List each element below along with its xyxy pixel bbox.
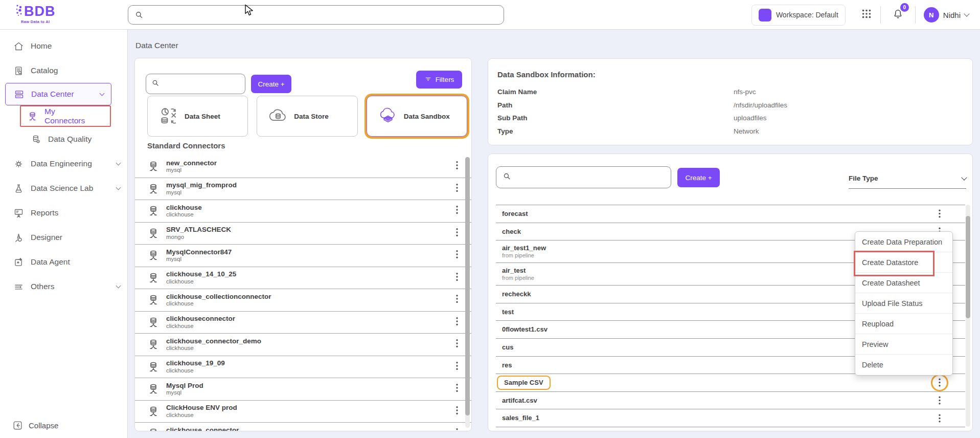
menu-item-create-data-preparation[interactable]: Create Data Preparation — [855, 232, 952, 252]
kebab-menu-icon[interactable] — [454, 426, 460, 431]
logo-text: BDB — [24, 5, 56, 18]
user-menu[interactable]: N Nidhi — [924, 7, 969, 23]
sidebar-item-data-quality[interactable]: Data Quality — [0, 127, 127, 151]
sidebar-item-home[interactable]: Home — [0, 34, 127, 58]
sidebar-item-my-connectors[interactable]: My Connectors — [20, 105, 111, 127]
sidebar-item-data-engineering[interactable]: Data Engineering — [0, 151, 127, 176]
tab-data-sheet[interactable]: Data Sheet — [147, 96, 248, 137]
connector-type: clickhouse — [166, 300, 271, 307]
database-icon — [147, 427, 159, 431]
sidebar-item-others[interactable]: Others — [0, 274, 127, 299]
file-row[interactable]: forecast — [496, 205, 965, 223]
connector-row[interactable]: SRV_ATLASCHECK mongo — [135, 223, 471, 245]
kebab-menu-icon[interactable] — [454, 315, 460, 330]
kebab-menu-icon[interactable] — [454, 382, 460, 397]
connector-row[interactable]: clickhouse_connector clickhouse — [135, 423, 471, 431]
collapse-button[interactable]: Collapse — [12, 420, 58, 431]
connectors-panel: Create + Filters Data Sheet Data Store D… — [134, 58, 472, 431]
connector-row[interactable]: ClickHouse ENV prod clickhouse — [135, 401, 471, 423]
file-row[interactable]: Sample CSV — [496, 374, 965, 392]
connectors-search[interactable] — [146, 74, 245, 94]
connector-name: MysqlConnector847 — [166, 248, 232, 256]
sidebar-item-catalog[interactable]: Catalog — [0, 58, 127, 83]
kebab-menu-icon[interactable] — [454, 159, 460, 174]
connector-row[interactable]: Mysql Prod mysql — [135, 378, 471, 401]
connector-row[interactable]: new_connector mysql — [135, 156, 471, 178]
notifications-button[interactable]: 0 — [889, 7, 907, 23]
file-row[interactable]: artifcat.csv — [496, 392, 965, 410]
sandbox-info-panel: Data Sandbox Information: Claim Name nfs… — [488, 58, 973, 145]
chevron-down-icon — [116, 161, 121, 166]
menu-item-create-datastore[interactable]: Create Datastore — [855, 252, 952, 273]
database-icon — [147, 383, 159, 395]
menu-item-create-datasheet[interactable]: Create Datasheet — [855, 273, 952, 293]
tab-data-store[interactable]: Data Store — [257, 96, 357, 137]
collapse-icon — [12, 420, 24, 431]
reports-icon — [13, 208, 24, 218]
connector-row[interactable]: clickhouse_19_09 clickhouse — [135, 356, 471, 379]
file-row[interactable]: sales_file_1 — [496, 409, 965, 427]
connector-row[interactable]: mysql_mig_fromprod mysql — [135, 178, 471, 201]
filters-button[interactable]: Filters — [416, 71, 462, 89]
kebab-menu-icon[interactable] — [454, 248, 460, 263]
files-search-input[interactable] — [515, 173, 665, 181]
menu-item-preview[interactable]: Preview — [855, 334, 952, 355]
global-search[interactable] — [128, 5, 504, 25]
connector-type: clickhouse — [166, 412, 237, 419]
workspace-selector[interactable]: Workspace: Default — [751, 5, 846, 26]
create-connector-button[interactable]: Create + — [251, 75, 291, 93]
connector-row[interactable]: clickhouseconnector clickhouse — [135, 312, 471, 334]
database-icon — [147, 361, 159, 373]
connector-row[interactable]: clickhouse_14_10_25 clickhouse — [135, 267, 471, 290]
connector-row[interactable]: clickhouse clickhouse — [135, 200, 471, 223]
kebab-menu-icon[interactable] — [454, 204, 460, 218]
file-name: air_test — [502, 267, 526, 275]
file-type-select[interactable]: File Type — [849, 168, 966, 189]
create-file-button[interactable]: Create + — [677, 168, 720, 187]
file-name: recheckk — [502, 290, 531, 298]
file-name: sales_file_1 — [502, 414, 539, 422]
menu-item-upload-file-status[interactable]: Upload File Status — [855, 293, 952, 314]
database-icon — [147, 205, 159, 217]
menu-item-label: Create Datasheet — [862, 279, 920, 287]
kebab-menu-icon[interactable] — [931, 374, 948, 391]
kebab-menu-icon[interactable] — [454, 270, 460, 285]
apps-grid-icon[interactable] — [861, 8, 872, 21]
sidebar-item-data-center[interactable]: Data Center — [5, 83, 111, 105]
sidebar-item-label: Catalog — [31, 66, 58, 75]
files-search[interactable] — [496, 166, 671, 188]
kebab-menu-icon[interactable] — [931, 409, 948, 427]
sidebar-item-designer[interactable]: Designer — [0, 225, 127, 250]
kebab-menu-icon[interactable] — [454, 404, 460, 419]
scrollbar-thumb[interactable] — [966, 216, 970, 318]
connector-type: mysql — [166, 167, 217, 173]
kebab-menu-icon[interactable] — [454, 226, 460, 240]
connector-type: mongo — [166, 234, 231, 240]
data-type-tabs: Data Sheet Data Store Data Sandbox — [147, 96, 467, 137]
files-scrollbar[interactable] — [966, 205, 970, 427]
data-quality-icon — [31, 134, 41, 145]
connector-type: mysql — [166, 256, 232, 262]
sidebar-item-data-agent[interactable]: Data Agent — [0, 250, 127, 274]
menu-item-reupload[interactable]: Reupload — [855, 314, 952, 334]
workspace-color-icon — [759, 9, 771, 21]
kebab-menu-icon[interactable] — [454, 293, 460, 308]
kebab-menu-icon[interactable] — [931, 205, 948, 223]
tab-data-sandbox[interactable]: Data Sandbox — [367, 96, 467, 137]
sidebar-item-reports[interactable]: Reports — [0, 201, 127, 225]
file-name: res — [502, 361, 512, 369]
connectors-search-input[interactable] — [163, 80, 240, 88]
connector-row[interactable]: clickhouse_collectionconnector clickhous… — [135, 289, 471, 312]
global-search-input[interactable] — [148, 11, 497, 19]
sidebar-item-data-science-lab[interactable]: Data Science Lab — [0, 176, 127, 201]
connector-row[interactable]: clickhouse_connector_demo clickhouse — [135, 334, 471, 356]
search-icon — [151, 79, 159, 89]
menu-item-delete[interactable]: Delete — [855, 355, 952, 375]
kebab-menu-icon[interactable] — [454, 337, 460, 352]
kebab-menu-icon[interactable] — [454, 181, 460, 196]
kebab-menu-icon[interactable] — [454, 359, 460, 374]
kebab-menu-icon[interactable] — [931, 392, 948, 409]
connector-row[interactable]: MysqlConnector847 mysql — [135, 245, 471, 267]
connectors-scrollbar[interactable] — [465, 157, 470, 428]
scrollbar-thumb[interactable] — [465, 157, 470, 415]
